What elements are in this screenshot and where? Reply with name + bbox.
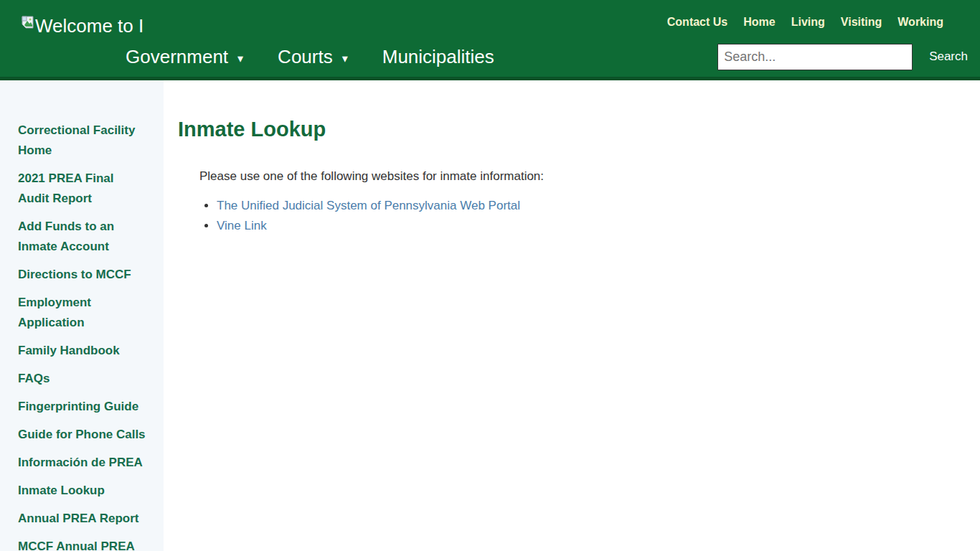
- utility-nav-working[interactable]: Working: [897, 16, 943, 29]
- page-title: Inmate Lookup: [178, 118, 951, 141]
- sidebar-item-informacion-de-prea[interactable]: Información de PREA: [18, 453, 146, 473]
- search-area: Search: [717, 44, 968, 70]
- utility-nav-contact-us[interactable]: Contact Us: [667, 16, 727, 29]
- sidebar: Correctional Facility Home 2021 PREA Fin…: [0, 80, 164, 551]
- nav-government-label: Government: [126, 46, 228, 68]
- sidebar-item-fingerprinting-guide[interactable]: Fingerprinting Guide: [18, 397, 146, 417]
- sidebar-item-employment-application[interactable]: Employment Application: [18, 293, 146, 333]
- site-header: Welcome to I Contact Us Home Living Visi…: [0, 0, 980, 80]
- sidebar-item-correctional-facility-home[interactable]: Correctional Facility Home: [18, 121, 146, 161]
- nav-municipalities-label: Municipalities: [382, 46, 494, 68]
- sidebar-item-mccf-annual-prea[interactable]: MCCF Annual PREA: [18, 537, 146, 551]
- sidebar-item-inmate-lookup[interactable]: Inmate Lookup: [18, 481, 146, 501]
- utility-nav: Contact Us Home Living Visiting Working: [667, 16, 943, 29]
- link-ujs-pennsylvania-web-portal[interactable]: The Unified Judicial System of Pennsylva…: [217, 199, 520, 212]
- nav-government[interactable]: Government ▾: [126, 46, 243, 68]
- search-button[interactable]: Search: [929, 50, 968, 64]
- header-second-row: Government ▾ Courts ▾ Municipalities Sea…: [126, 42, 968, 72]
- nav-courts[interactable]: Courts ▾: [278, 46, 348, 68]
- sidebar-item-annual-prea-report[interactable]: Annual PREA Report: [18, 509, 146, 529]
- utility-nav-visiting[interactable]: Visiting: [841, 16, 882, 29]
- sidebar-item-family-handbook[interactable]: Family Handbook: [18, 341, 146, 361]
- sidebar-item-directions-to-mccf[interactable]: Directions to MCCF: [18, 265, 146, 285]
- inmate-links-list: The Unified Judicial System of Pennsylva…: [199, 196, 951, 236]
- list-item: The Unified Judicial System of Pennsylva…: [217, 196, 951, 216]
- search-input[interactable]: [717, 44, 913, 70]
- main-content: Inmate Lookup Please use one of the foll…: [164, 80, 980, 551]
- sidebar-item-2021-prea-final-audit-report[interactable]: 2021 PREA Final Audit Report: [18, 169, 146, 209]
- broken-image-icon: [22, 16, 34, 32]
- sidebar-item-guide-for-phone-calls[interactable]: Guide for Phone Calls: [18, 425, 146, 445]
- nav-municipalities[interactable]: Municipalities: [382, 46, 494, 68]
- intro-text: Please use one of the following websites…: [199, 167, 951, 186]
- logo-alt-text: Welcome to I: [35, 14, 143, 37]
- sidebar-item-faqs[interactable]: FAQs: [18, 369, 146, 389]
- chevron-down-icon: ▾: [237, 52, 243, 65]
- main-nav: Government ▾ Courts ▾ Municipalities: [126, 46, 494, 68]
- nav-courts-label: Courts: [278, 46, 333, 68]
- chevron-down-icon: ▾: [342, 52, 348, 65]
- sidebar-item-add-funds-inmate-account[interactable]: Add Funds to an Inmate Account: [18, 217, 146, 257]
- site-logo[interactable]: Welcome to I: [22, 14, 143, 37]
- utility-nav-home[interactable]: Home: [743, 16, 775, 29]
- utility-nav-living[interactable]: Living: [791, 16, 825, 29]
- link-vine-link[interactable]: Vine Link: [217, 219, 267, 232]
- list-item: Vine Link: [217, 216, 951, 236]
